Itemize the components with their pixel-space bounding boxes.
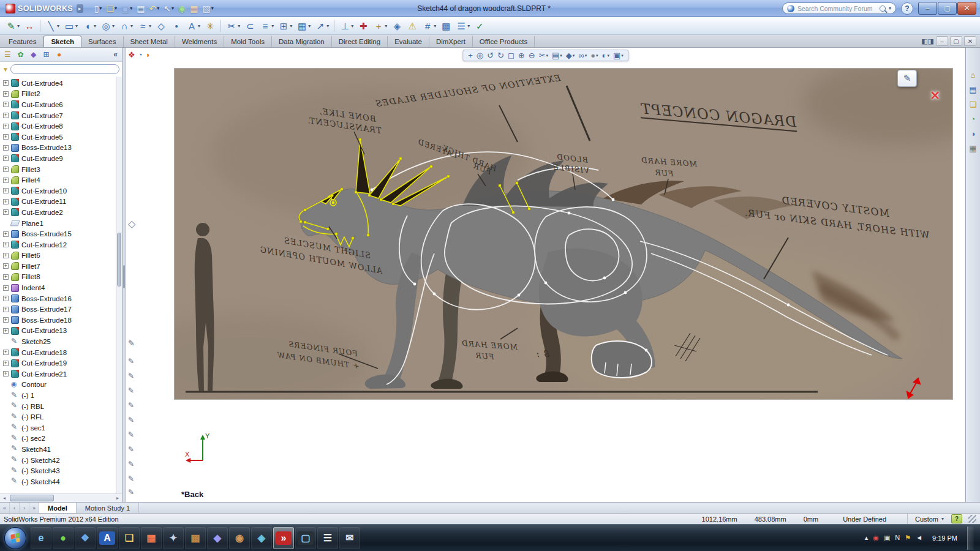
rectangle-tool[interactable]: ▭ ▾	[62, 18, 80, 33]
file-properties-button[interactable]: ▦	[188, 2, 200, 15]
featuremanager-tab[interactable]: ☰	[2, 50, 13, 60]
taskbar-app-icon[interactable]: ✦	[163, 527, 184, 549]
tree-item[interactable]: + Fillet2	[0, 89, 116, 100]
tree-filter-input[interactable]	[10, 64, 119, 74]
sketch-indicator-icon[interactable]: ✎	[128, 489, 134, 496]
panel-collapse-button[interactable]: «	[111, 50, 120, 59]
toolbar-button[interactable]	[334, 20, 334, 32]
tree-item[interactable]: (-) 1	[0, 390, 116, 401]
text-tool[interactable]: A ▾	[184, 18, 202, 33]
expand-toggle[interactable]: +	[3, 307, 9, 312]
tree-item[interactable]: (-) Sketch44	[0, 476, 116, 487]
maximize-button[interactable]: ▢	[938, 2, 957, 15]
expand-toggle[interactable]: +	[3, 231, 9, 237]
pan-button[interactable]: +	[467, 51, 474, 60]
spline-tool[interactable]: ≈ ▾	[135, 18, 153, 33]
tab-mold-tools[interactable]: Mold Tools	[224, 36, 272, 47]
next-tab-button[interactable]: ›	[20, 503, 29, 513]
tree-item[interactable]: + Fillet4	[0, 174, 116, 186]
sketch-indicator-icon[interactable]: ✎	[128, 416, 134, 424]
tab-evaluate[interactable]: Evaluate	[388, 36, 429, 47]
tree-item[interactable]: + Fillet7	[0, 261, 116, 272]
rapid-sketch-tool[interactable]: ◈	[390, 18, 404, 33]
tree-item[interactable]: + Fillet8	[0, 272, 116, 283]
display-style-button[interactable]: ◆ ▾	[565, 51, 576, 60]
sketch-indicator-icon[interactable]: ✎	[128, 372, 134, 380]
configuration-dropdown[interactable]: Custom ▾	[907, 514, 951, 524]
search-box[interactable]: Search Community Forum ▾	[782, 2, 896, 14]
linear-pattern-tool[interactable]: ▦ ▾	[295, 18, 312, 33]
zoom-area-button[interactable]: ◻	[507, 51, 516, 60]
tree-item[interactable]: + Boss-Extrude16	[0, 293, 116, 304]
toolbar-button[interactable]	[221, 20, 221, 32]
hide-show-items-button[interactable]: ∞ ▾	[577, 51, 588, 60]
tree-item[interactable]: + Cut-Extrude6	[0, 99, 116, 110]
expand-toggle[interactable]: +	[3, 178, 9, 183]
tree-item[interactable]: + Cut-Extrude7	[0, 110, 116, 121]
scroll-right-arrow[interactable]: ▸	[113, 495, 122, 501]
expand-toggle[interactable]: +	[3, 296, 9, 301]
display-relations-tool[interactable]: ⊥ ▾	[337, 18, 355, 33]
expand-toggle[interactable]: +	[3, 145, 9, 151]
tab-office-products[interactable]: Office Products	[473, 36, 535, 47]
taskbar-notepad-icon[interactable]: ☰	[317, 527, 338, 549]
search-dropdown-icon[interactable]: ▾	[889, 6, 891, 11]
internet-explorer-icon[interactable]: e	[31, 527, 51, 549]
tree-item[interactable]: (-) RBL	[0, 401, 116, 412]
panel-toggle-left-icon[interactable]: ◧	[921, 37, 927, 45]
expand-toggle[interactable]: +	[3, 91, 9, 97]
expand-toggle[interactable]: +	[3, 134, 9, 140]
open-file-button[interactable]: ❏ ▾	[104, 2, 119, 15]
displaymanager-tab[interactable]: ●	[53, 50, 65, 60]
taskbar-app-icon[interactable]: ◉	[229, 527, 250, 549]
tree-item[interactable]: Plane1	[0, 218, 116, 229]
scrollbar-thumb[interactable]	[10, 495, 54, 501]
sketch-indicator-icon[interactable]: ✎	[128, 475, 134, 482]
tree-item[interactable]: Sketch25	[0, 336, 116, 347]
last-tab-button[interactable]: »	[29, 503, 39, 513]
options-button[interactable]: ▧ ▾	[200, 2, 215, 15]
zoom-fit-button[interactable]: ◎	[475, 51, 484, 60]
solidworks-menu[interactable]: SOLIDWORKS ▸	[2, 4, 86, 13]
doc-restore-button[interactable]: ▢	[950, 36, 962, 46]
sketch-picture-tool-icon[interactable]: ✎	[897, 70, 917, 87]
appearances-icon[interactable]: ❖	[128, 50, 135, 59]
tab-surfaces[interactable]: Surfaces	[81, 36, 123, 47]
doc-close-button[interactable]: ✕	[964, 36, 976, 46]
sketch-tool[interactable]: ✎ ▾	[4, 18, 21, 33]
graphics-viewport[interactable]: ❖◔◑ + ◎ ↺	[126, 48, 965, 502]
tree-item[interactable]: (-) sec1	[0, 422, 116, 433]
taskbar-clock[interactable]: 9:19 PM	[927, 534, 962, 542]
taskbar-app-icon[interactable]: ▩	[185, 527, 206, 549]
tree-item[interactable]: Sketch41	[0, 444, 116, 455]
slot-tool[interactable]: ◖ ▾	[80, 18, 98, 33]
save-button[interactable]: ▣ ▾	[119, 2, 134, 15]
view-palette-icon[interactable]: ◔	[971, 115, 976, 123]
tree-item[interactable]: + Cut-Extrude8	[0, 121, 116, 132]
polygon-tool[interactable]: ◇	[154, 18, 168, 33]
move-entities-tool[interactable]: ↗ ▾	[313, 18, 331, 33]
dragon-sketch-picture[interactable]: EXTENTION OF SHOULDER BLADESBONE LIKE,TR…	[175, 69, 952, 399]
rebuild-button[interactable]: ◉	[176, 2, 187, 15]
taskbar-app-icon[interactable]: ●	[53, 527, 74, 549]
tree-item[interactable]: + Cut-Extrude12	[0, 239, 116, 250]
expand-toggle[interactable]: +	[3, 317, 9, 323]
configurationmanager-tab[interactable]: ◆	[28, 50, 39, 60]
sketch-indicator-icon[interactable]: ✎	[128, 431, 134, 438]
scrollbar-thumb[interactable]	[117, 233, 121, 287]
tree-item[interactable]: (-) sec2	[0, 433, 116, 444]
expand-toggle[interactable]: +	[3, 80, 9, 86]
expand-toggle[interactable]: +	[3, 242, 9, 247]
design-library-icon[interactable]: ▤	[969, 86, 976, 94]
sketch-indicator-icon[interactable]: ✎	[128, 387, 134, 394]
expand-toggle[interactable]: +	[3, 188, 9, 193]
zoom-out-button[interactable]: ⊖	[527, 51, 537, 60]
tree-item[interactable]: (-) RFL	[0, 411, 116, 422]
section-view-button[interactable]: ✂ ▾	[538, 51, 549, 60]
start-button[interactable]	[4, 527, 26, 549]
point-tool[interactable]: •	[169, 18, 184, 33]
show-desktop-button[interactable]	[967, 527, 974, 550]
tab-weldments[interactable]: Weldments	[175, 36, 224, 47]
sketch-alert-tool[interactable]: ⚠	[405, 18, 420, 33]
circle-tool[interactable]: ◎ ▾	[99, 18, 116, 33]
